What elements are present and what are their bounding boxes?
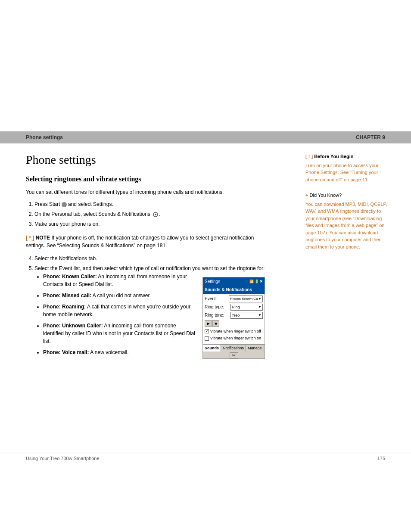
- event-label: Event:: [205, 296, 229, 302]
- did-you-know-label: Did You Know?: [310, 193, 342, 198]
- screenshot-subtitle: Sounds & Notifications: [203, 286, 265, 294]
- checkbox1-row: ✓ Vibrate when ringer switch off: [205, 328, 263, 334]
- ring-tone-select[interactable]: Treo ▼: [230, 312, 263, 319]
- before-you-begin-text: Turn on your phone to access your Phone …: [305, 162, 387, 184]
- ring-type-select[interactable]: Ring ▼: [230, 304, 263, 311]
- note-bracket: [ * ]: [26, 235, 34, 241]
- stop-button[interactable]: ■: [212, 320, 219, 327]
- checkbox2-row: Vibrate when ringer switch on: [205, 335, 263, 341]
- svg-point-1: [155, 214, 156, 215]
- did-you-know-text: You can download MP3, MIDI, QCELP, WAV, …: [305, 201, 387, 251]
- event-row: Event: Phone: Known Caller ▼: [205, 296, 263, 302]
- steps-continued-list: Select the Notifications tab. Select the…: [34, 255, 265, 356]
- ring-tone-row: Ring tone: Treo ▼: [205, 312, 263, 319]
- step-3: Make sure your phone is on.: [34, 220, 265, 228]
- intro-text: You can set different tones for differen…: [26, 188, 265, 196]
- before-bracket: [ ! ]: [305, 154, 313, 159]
- footer-left: Using Your Treo 700w Smartphone: [26, 456, 100, 461]
- step-1: Press Start and select Settings.: [34, 200, 265, 208]
- before-you-begin-section: [ ! ] Before You Begin Turn on your phon…: [305, 153, 387, 183]
- ring-type-value: Ring: [232, 304, 240, 310]
- page-title: Phone settings: [26, 153, 265, 167]
- before-you-begin-header: [ ! ] Before You Begin: [305, 153, 387, 160]
- checkbox1-label: Vibrate when ringer switch off: [210, 328, 261, 334]
- checkbox2[interactable]: [205, 336, 209, 341]
- step-2: On the Personal tab, select Sounds & Not…: [34, 210, 265, 218]
- checkbox1[interactable]: ✓: [205, 329, 209, 333]
- playback-buttons: ▶ ■: [205, 320, 263, 327]
- did-you-know-header: + Did You Know?: [305, 192, 387, 199]
- footer-divider: [0, 452, 411, 452]
- ring-tone-value: Treo: [232, 312, 240, 318]
- steps-list: Press Start and select Settings. On the …: [34, 200, 265, 229]
- tab-manage[interactable]: Manage: [246, 345, 264, 352]
- screenshot-ok: ok: [203, 352, 265, 358]
- event-select[interactable]: Phone: Known Caller ▼: [229, 296, 263, 302]
- screenshot-body: Event: Phone: Known Caller ▼ Ring type: …: [203, 294, 265, 344]
- ring-type-row: Ring type: Ring ▼: [205, 304, 263, 311]
- note-keyword: NOTE: [36, 235, 50, 241]
- screenshot-titlebar: Settings 📶 🔋 ✖: [203, 277, 265, 286]
- header-title: Phone settings: [26, 134, 63, 140]
- screenshot-tabs: Sounds Notifications Manage: [203, 344, 265, 352]
- before-header-text: Before You Begin: [314, 154, 353, 159]
- checkbox2-label: Vibrate when ringer switch on: [210, 335, 261, 341]
- ok-button[interactable]: ok: [230, 352, 238, 358]
- titlebar-icons: 📶 🔋 ✖: [249, 279, 263, 285]
- header-bar: Phone settings CHAPTER 9: [0, 131, 411, 143]
- note-text: If your phone is off, the notification t…: [26, 235, 254, 249]
- section-heading: Selecting ringtones and vibrate settings: [26, 175, 265, 183]
- tab-notifications[interactable]: Notifications: [221, 345, 246, 352]
- sounds-icon: [153, 212, 159, 218]
- footer: Using Your Treo 700w Smartphone 175: [26, 456, 385, 461]
- step-5: Select the Event list, and then select w…: [34, 264, 265, 356]
- right-sidebar: [ ! ] Before You Begin Turn on your phon…: [305, 153, 387, 259]
- screenshot: Settings 📶 🔋 ✖ Sounds & Notifications Ev…: [202, 277, 265, 359]
- play-button[interactable]: ▶: [205, 320, 212, 327]
- step-4: Select the Notifications tab.: [34, 255, 265, 263]
- main-content: Phone settings Selecting ringtones and v…: [26, 153, 265, 361]
- header-chapter: CHAPTER 9: [356, 134, 385, 140]
- ring-tone-label: Ring tone:: [205, 312, 230, 319]
- ring-type-label: Ring type:: [205, 304, 230, 311]
- event-value: Phone: Known Caller: [230, 296, 258, 302]
- footer-right: 175: [377, 456, 385, 461]
- did-you-know-section: + Did You Know? You can download MP3, MI…: [305, 192, 387, 250]
- tab-sounds[interactable]: Sounds: [203, 345, 221, 352]
- note-box: [ * ] NOTE If your phone is off, the not…: [26, 234, 265, 249]
- screenshot-title: Settings: [205, 278, 220, 285]
- start-icon: [62, 202, 67, 207]
